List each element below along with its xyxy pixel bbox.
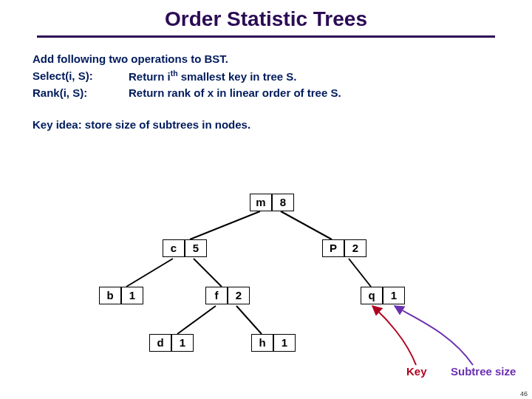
op-select-name: Select(i, S): — [33, 68, 129, 86]
slide-body: Add following two operations to BST. Sel… — [0, 38, 532, 133]
op-select-def: Return ith smallest key in tree S. — [129, 68, 499, 86]
key-idea: Key idea: store size of subtrees in node… — [33, 117, 499, 134]
node-q: q 1 — [361, 287, 405, 304]
svg-line-1 — [281, 211, 332, 239]
legend-size: Subtree size — [451, 365, 516, 378]
svg-line-6 — [236, 306, 262, 334]
svg-line-0 — [190, 211, 260, 239]
node-h: h 1 — [251, 334, 296, 352]
node-d-key: d — [149, 334, 171, 352]
legend-key: Key — [406, 365, 427, 378]
node-c: c 5 — [163, 239, 207, 257]
slide-title: Order Statistic Trees — [37, 7, 494, 38]
node-c-key: c — [163, 239, 185, 257]
node-d-size: 1 — [171, 334, 194, 352]
node-c-size: 5 — [185, 239, 207, 257]
node-m-key: m — [250, 194, 272, 211]
intro-line: Add following two operations to BST. — [33, 51, 499, 68]
svg-line-4 — [349, 259, 371, 287]
svg-line-2 — [126, 259, 173, 287]
page-number: 46 — [520, 390, 528, 398]
op-rank: Rank(i, S): Return rank of x in linear o… — [33, 85, 499, 102]
node-p-key: P — [322, 239, 344, 257]
op-select: Select(i, S): Return ith smallest key in… — [33, 68, 499, 86]
node-b-key: b — [99, 287, 121, 304]
node-f: f 2 — [205, 287, 250, 304]
node-b: b 1 — [99, 287, 143, 304]
svg-line-5 — [177, 306, 216, 334]
node-h-size: 1 — [273, 334, 296, 352]
node-m: m 8 — [250, 194, 294, 211]
node-q-key: q — [361, 287, 383, 304]
tree-diagram: m 8 c 5 P 2 b 1 f 2 q 1 d 1 h 1 Key Subt… — [0, 192, 532, 392]
node-h-key: h — [251, 334, 273, 352]
node-p: P 2 — [322, 239, 366, 257]
node-f-key: f — [205, 287, 228, 304]
op-rank-def: Return rank of x in linear order of tree… — [129, 85, 499, 102]
node-p-size: 2 — [344, 239, 366, 257]
op-select-def-sup: th — [171, 69, 178, 78]
op-select-def-pre: Return i — [129, 70, 171, 83]
node-f-size: 2 — [228, 287, 250, 304]
tree-edges — [0, 192, 532, 392]
node-b-size: 1 — [121, 287, 143, 304]
svg-line-3 — [194, 259, 222, 287]
op-rank-name: Rank(i, S): — [33, 85, 129, 102]
op-select-def-post: smallest key in tree S. — [178, 70, 297, 83]
node-d: d 1 — [149, 334, 194, 352]
node-m-size: 8 — [272, 194, 294, 211]
node-q-size: 1 — [383, 287, 405, 304]
